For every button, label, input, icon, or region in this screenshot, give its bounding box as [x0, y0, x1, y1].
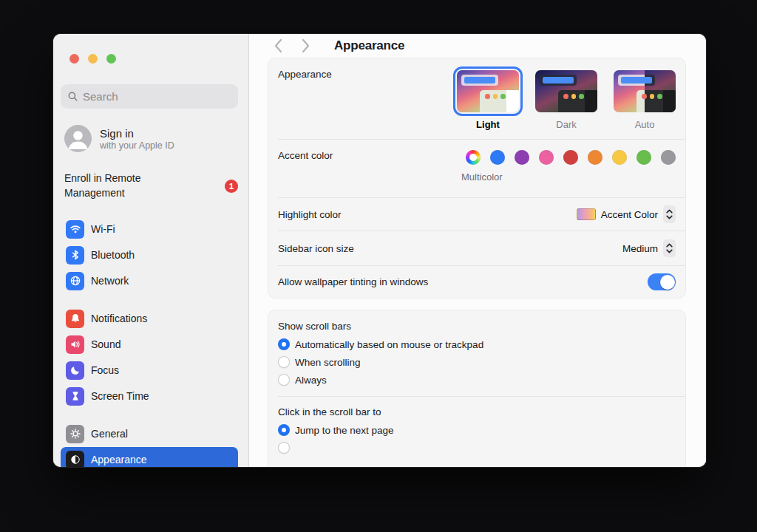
content-header: Appearance — [249, 34, 706, 53]
sidebar-item-focus[interactable]: Focus — [61, 358, 238, 383]
light-mode-thumbnail — [457, 70, 519, 112]
accent-swatch-blue[interactable] — [490, 150, 505, 165]
notification-badge: 1 — [225, 180, 238, 193]
accent-color-row: Accent color Mul — [268, 140, 685, 197]
minimize-button[interactable] — [88, 54, 98, 64]
dark-mode-thumbnail — [535, 70, 597, 112]
highlight-color-popup[interactable]: Accent Color — [577, 205, 676, 223]
page-title: Appearance — [334, 38, 404, 53]
stepper-icon — [663, 205, 676, 223]
bluetooth-icon — [66, 246, 84, 265]
appearance-option-auto[interactable]: Auto — [614, 70, 676, 130]
back-button[interactable] — [274, 38, 284, 53]
sidebar-item-label: Sound — [91, 338, 120, 350]
radio-option-partial[interactable] — [268, 439, 685, 457]
sidebar-item-general[interactable]: General — [61, 421, 238, 447]
sidebar-item-label: Focus — [91, 364, 119, 376]
sign-in-subtitle: with your Apple ID — [100, 140, 174, 151]
appearance-mode-row: Appearance Light — [268, 58, 685, 139]
click-scroll-bar-label: Click in the scroll bar to — [278, 406, 381, 417]
traffic-lights — [61, 34, 238, 64]
radio-unselected-icon[interactable] — [278, 356, 290, 368]
sidebar-item-label: Notifications — [91, 313, 147, 324]
accent-swatch-orange[interactable] — [588, 150, 602, 165]
accent-swatch-gray[interactable] — [661, 150, 676, 165]
appearance-option-label: Auto — [635, 119, 655, 130]
appearance-row-label: Appearance — [278, 69, 332, 80]
wallpaper-tinting-label: Allow wallpaper tinting in windows — [278, 276, 428, 287]
enroll-remote-management-row[interactable]: Enroll in Remote Management 1 — [64, 171, 238, 201]
sidebar-item-label: Network — [91, 275, 129, 287]
accent-swatch-purple[interactable] — [515, 150, 529, 165]
radio-option-label: Jump to the next page — [295, 425, 394, 436]
radio-option-label: Always — [295, 375, 327, 386]
sign-in-title: Sign in — [100, 127, 174, 140]
zoom-button[interactable] — [106, 54, 116, 64]
settings-scroll-area: Appearance Light — [249, 53, 706, 467]
show-scroll-bars-label: Show scroll bars — [278, 321, 351, 332]
enroll-label: Enroll in Remote Management — [64, 171, 183, 201]
sidebar-icon-size-popup[interactable]: Medium — [622, 239, 676, 257]
sidebar-item-screen-time[interactable]: Screen Time — [61, 383, 238, 409]
accent-selected-name: Multicolor — [461, 171, 503, 183]
radio-unselected-icon[interactable] — [278, 442, 290, 454]
sidebar-icon-size-row: Sidebar icon size Medium — [268, 231, 685, 265]
highlight-color-value: Accent Color — [601, 209, 658, 220]
search-icon — [67, 91, 78, 102]
accent-swatch-green[interactable] — [637, 150, 651, 165]
sidebar-item-label: General — [91, 428, 128, 440]
sidebar-item-label: Wi-Fi — [91, 223, 115, 235]
radio-unselected-icon[interactable] — [278, 374, 290, 386]
appearance-option-light[interactable]: Light — [457, 70, 519, 130]
sidebar-item-sound[interactable]: Sound — [61, 332, 238, 358]
hourglass-icon — [66, 387, 84, 406]
radio-option-when-scrolling[interactable]: When scrolling — [268, 353, 685, 371]
moon-icon — [66, 361, 84, 380]
search-input[interactable] — [83, 90, 231, 103]
sidebar-item-wifi[interactable]: Wi-Fi — [61, 216, 238, 242]
close-button[interactable] — [69, 54, 79, 64]
gear-icon — [66, 425, 84, 443]
avatar — [64, 125, 92, 152]
highlight-color-row: Highlight color Accent Color — [268, 198, 685, 231]
globe-icon — [66, 272, 84, 290]
wifi-icon — [66, 220, 84, 239]
bell-icon — [66, 310, 84, 328]
forward-button[interactable] — [302, 38, 312, 53]
appearance-option-dark[interactable]: Dark — [535, 70, 597, 130]
sidebar: Sign in with your Apple ID Enroll in Rem… — [53, 34, 249, 467]
appearance-option-label: Dark — [556, 119, 576, 130]
speaker-icon — [66, 335, 84, 354]
sidebar-item-notifications[interactable]: Notifications — [61, 306, 238, 332]
radio-option-label: When scrolling — [295, 357, 361, 368]
accent-color-label: Accent color — [278, 150, 333, 161]
sign-in-row[interactable]: Sign in with your Apple ID — [64, 125, 238, 152]
content-pane: Appearance Appearance Light — [249, 34, 706, 467]
radio-selected-icon[interactable] — [278, 338, 290, 350]
sidebar-item-bluetooth[interactable]: Bluetooth — [61, 242, 238, 268]
wallpaper-tinting-toggle[interactable] — [648, 273, 676, 290]
accent-swatch-yellow[interactable] — [612, 150, 627, 165]
wallpaper-tinting-row: Allow wallpaper tinting in windows — [268, 266, 685, 298]
highlight-gradient-swatch — [577, 208, 596, 220]
system-settings-window: Sign in with your Apple ID Enroll in Rem… — [53, 34, 706, 467]
radio-option-automatically[interactable]: Automatically based on mouse or trackpad — [268, 335, 685, 353]
sidebar-item-appearance[interactable]: Appearance — [61, 447, 238, 467]
scroll-bars-card: Show scroll bars Automatically based on … — [268, 310, 686, 467]
appearance-option-label: Light — [476, 119, 500, 130]
accent-swatch-red[interactable] — [563, 150, 578, 165]
auto-mode-thumbnail — [614, 70, 676, 112]
search-field[interactable] — [61, 84, 238, 109]
radio-option-always[interactable]: Always — [268, 371, 685, 389]
sidebar-icon-size-value: Medium — [622, 243, 658, 254]
sidebar-item-label: Appearance — [91, 454, 147, 466]
accent-swatch-pink[interactable] — [539, 150, 554, 165]
accent-swatch-multicolor[interactable] — [466, 150, 481, 165]
appearance-settings-card: Appearance Light — [268, 58, 686, 299]
sidebar-item-label: Screen Time — [91, 390, 149, 402]
highlight-color-label: Highlight color — [278, 209, 342, 220]
radio-selected-icon[interactable] — [278, 424, 290, 436]
radio-option-jump-next-page[interactable]: Jump to the next page — [268, 421, 685, 439]
sidebar-item-network[interactable]: Network — [61, 268, 238, 294]
stepper-icon — [663, 239, 676, 257]
